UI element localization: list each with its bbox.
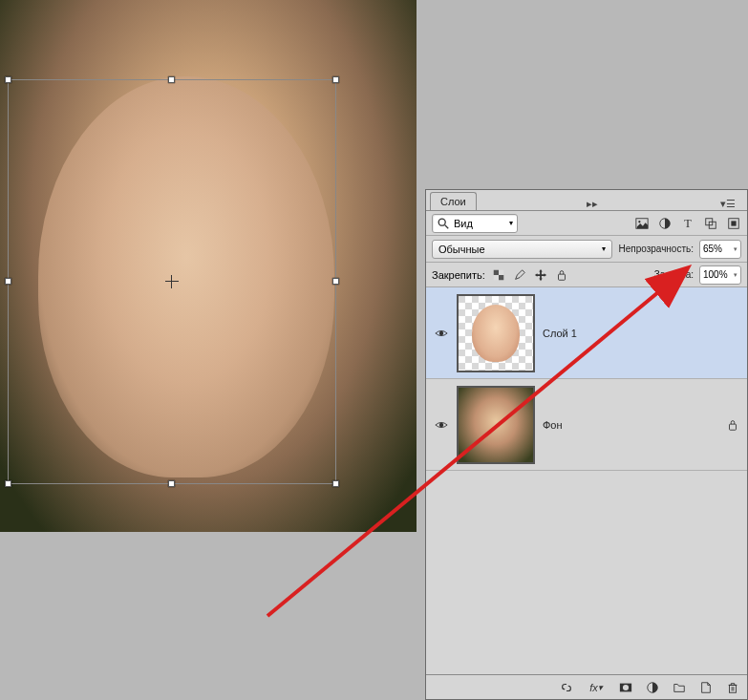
- filter-label: Вид: [454, 218, 473, 229]
- layer-name[interactable]: Слой 1: [543, 328, 577, 339]
- fill-value: 100%: [703, 269, 728, 280]
- layers-list: Слой 1 Фон: [426, 287, 747, 674]
- search-icon: [437, 217, 450, 230]
- svg-rect-21: [730, 685, 737, 692]
- svg-point-16: [439, 422, 443, 426]
- layer-filter-select[interactable]: Вид ▾: [432, 214, 518, 233]
- svg-rect-9: [731, 221, 736, 225]
- adjustment-icon[interactable]: [644, 679, 661, 696]
- layer-thumbnail[interactable]: [457, 294, 535, 372]
- photo-thumbnail: [459, 388, 533, 462]
- svg-point-0: [438, 219, 445, 225]
- chevron-down-icon: ▾: [734, 271, 737, 279]
- svg-point-19: [623, 684, 629, 689]
- svg-text:T: T: [684, 217, 692, 230]
- blend-row: Обычные ▾ Непрозрачность: 65% ▾: [426, 236, 747, 263]
- svg-rect-14: [558, 274, 565, 280]
- blend-mode-select[interactable]: Обычные ▾: [432, 240, 612, 259]
- svg-point-3: [638, 221, 640, 223]
- layers-panel: Слои ▸▸ ▾☰ Вид ▾ T Обычные ▾ Непрозрачно…: [425, 189, 748, 700]
- visibility-toggle[interactable]: [434, 326, 449, 341]
- svg-point-15: [439, 330, 443, 334]
- face-thumbnail: [472, 305, 520, 362]
- layer-thumbnail[interactable]: [457, 386, 535, 464]
- fill-input[interactable]: 100% ▾: [699, 265, 741, 285]
- opacity-value: 65%: [703, 244, 722, 254]
- svg-rect-10: [494, 269, 499, 274]
- trash-icon[interactable]: [724, 679, 741, 696]
- blend-mode-value: Обычные: [438, 244, 485, 255]
- canvas-area: [0, 0, 425, 700]
- panel-filter-toolbar: Вид ▾ T: [426, 211, 747, 236]
- overlay-face: [38, 76, 334, 477]
- lock-row: Закрепить: Заливка: 100% ▾: [426, 263, 747, 287]
- lock-move-icon[interactable]: [533, 267, 548, 283]
- svg-rect-11: [499, 275, 503, 280]
- tab-layers[interactable]: Слои: [430, 192, 477, 210]
- filter-smartobject-icon[interactable]: [726, 216, 741, 231]
- svg-line-1: [445, 224, 449, 228]
- filter-text-icon[interactable]: T: [680, 216, 695, 231]
- opacity-label: Непрозрачность:: [618, 244, 694, 254]
- layer-row[interactable]: Слой 1: [426, 287, 747, 379]
- panel-collapse-icon[interactable]: ▸▸: [581, 198, 604, 210]
- svg-rect-17: [730, 424, 737, 430]
- new-layer-icon[interactable]: [697, 679, 715, 696]
- lock-icon[interactable]: [726, 418, 739, 432]
- lock-all-icon[interactable]: [554, 267, 569, 283]
- panel-tabbar: Слои ▸▸ ▾☰: [426, 190, 747, 211]
- svg-rect-12: [499, 269, 503, 274]
- layer-row[interactable]: Фон: [426, 379, 747, 471]
- opacity-input[interactable]: 65% ▾: [699, 240, 741, 259]
- fill-label: Заливка:: [654, 269, 694, 280]
- chevron-down-icon: ▾: [734, 245, 737, 253]
- visibility-toggle[interactable]: [434, 417, 449, 433]
- filter-pixel-icon[interactable]: [634, 216, 650, 231]
- layer-name[interactable]: Фон: [543, 419, 563, 431]
- filter-adjustment-icon[interactable]: [657, 216, 673, 231]
- chevron-down-icon: ▾: [509, 219, 513, 227]
- svg-rect-13: [494, 275, 499, 280]
- fx-icon[interactable]: fx▾: [585, 679, 608, 696]
- link-layers-icon[interactable]: [558, 679, 575, 696]
- panel-bottom-bar: fx▾: [426, 674, 747, 699]
- lock-brush-icon[interactable]: [512, 267, 527, 283]
- canvas-image[interactable]: [0, 0, 417, 532]
- filter-shape-icon[interactable]: [703, 216, 718, 231]
- filter-icons: T: [634, 216, 741, 231]
- mask-icon[interactable]: [617, 679, 634, 696]
- chevron-down-icon: ▾: [602, 244, 606, 253]
- group-icon[interactable]: [671, 679, 688, 696]
- lock-transparency-icon[interactable]: [491, 267, 506, 283]
- lock-label: Закрепить:: [432, 269, 485, 281]
- panel-menu-icon[interactable]: ▾☰: [715, 198, 741, 210]
